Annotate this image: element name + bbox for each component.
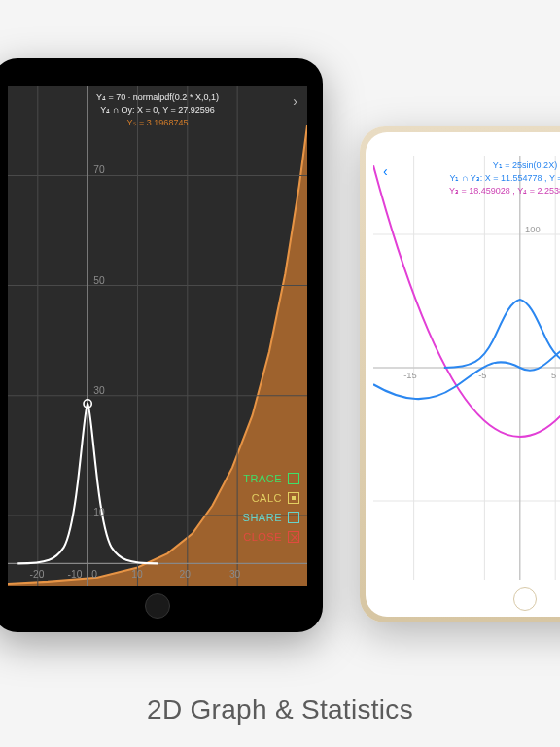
dark-readout-line3: Y₅ = 3.1968745 — [8, 117, 307, 129]
svg-text:0: 0 — [91, 569, 97, 580]
light-plot-svg: 100 -15 -5 5 15 — [373, 156, 560, 580]
dark-readout-line2: Y₄ ∩ Oy: X = 0, Y = 27.92596 — [8, 104, 307, 117]
device-ipad-dark: 70 50 30 10 -20 -10 0 10 20 30 Y₄ = 70 ·… — [0, 58, 323, 632]
calc-icon — [288, 492, 299, 504]
trace-label: TRACE — [243, 469, 282, 488]
svg-text:10: 10 — [93, 507, 105, 517]
marketing-caption: 2D Graph & Statistics — [0, 694, 560, 726]
svg-text:5: 5 — [551, 371, 556, 380]
light-graph-screen: 100 -15 -5 5 15 ‹ Y₁ = 25sin(0.2X) Y₁ ∩ … — [373, 156, 560, 580]
svg-text:100: 100 — [525, 225, 541, 234]
svg-text:-10: -10 — [68, 569, 83, 580]
svg-text:70: 70 — [93, 164, 105, 175]
close-icon — [288, 531, 299, 543]
light-readout-line3: Y₃ = 18.459028 , Y₄ = 2.2538278E-0… — [373, 185, 560, 197]
svg-text:50: 50 — [93, 275, 105, 286]
svg-text:-20: -20 — [30, 569, 45, 580]
close-label: CLOSE — [243, 527, 282, 547]
device-ipad-light: 100 -15 -5 5 15 ‹ Y₁ = 25sin(0.2X) Y₁ ∩ … — [360, 126, 560, 622]
trace-icon — [288, 473, 299, 484]
light-readout-line2: Y₁ ∩ Y₃: X = 11.554778 , Y = 18.459… — [373, 172, 560, 185]
calc-button[interactable]: CALC — [243, 488, 299, 508]
svg-text:10: 10 — [131, 569, 143, 580]
light-readouts: Y₁ = 25sin(0.2X) Y₁ ∩ Y₃: X = 11.554778 … — [373, 160, 560, 197]
dark-graph-screen: 70 50 30 10 -20 -10 0 10 20 30 Y₄ = 70 ·… — [8, 86, 307, 586]
close-button[interactable]: CLOSE — [243, 527, 299, 547]
light-readout-line1: Y₁ = 25sin(0.2X) — [373, 160, 560, 172]
svg-text:-5: -5 — [478, 371, 486, 380]
chevron-right-icon[interactable]: › — [287, 91, 303, 111]
calc-label: CALC — [252, 488, 282, 508]
share-icon — [288, 512, 299, 523]
home-button-dark[interactable] — [145, 593, 170, 619]
trace-button[interactable]: TRACE — [243, 469, 299, 488]
svg-text:20: 20 — [180, 569, 192, 580]
svg-text:-15: -15 — [403, 371, 417, 380]
home-button-light[interactable] — [513, 587, 537, 611]
graph-actions: TRACE CALC SHARE CLOSE — [243, 469, 299, 547]
dark-readout-line1: Y₄ = 70 · normalpdf(0.2 * X,0,1) — [8, 91, 307, 104]
share-label: SHARE — [243, 508, 282, 527]
dark-readouts: Y₄ = 70 · normalpdf(0.2 * X,0,1) Y₄ ∩ Oy… — [8, 91, 307, 129]
svg-text:30: 30 — [93, 385, 105, 396]
share-button[interactable]: SHARE — [243, 508, 299, 527]
svg-text:30: 30 — [229, 569, 241, 580]
